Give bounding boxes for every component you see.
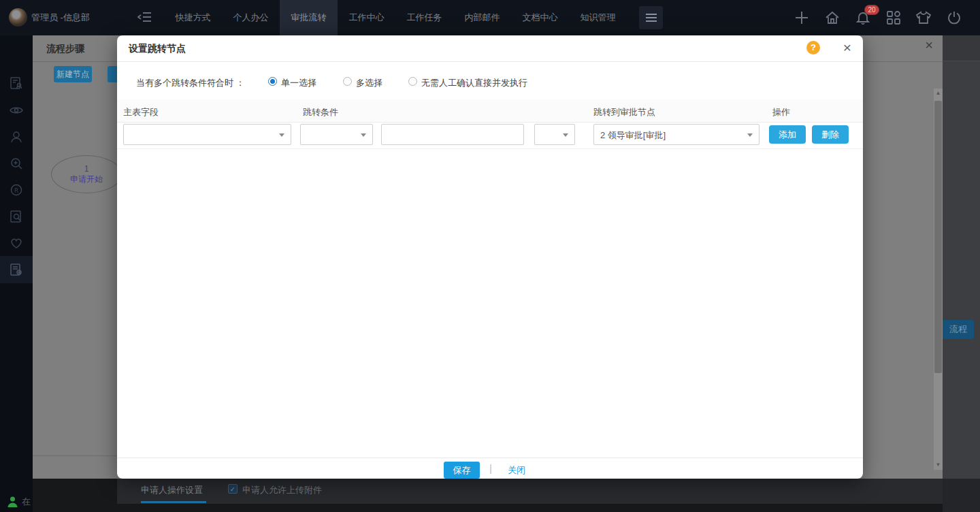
background-header-band	[943, 35, 980, 61]
nav-item-document-center[interactable]: 文档中心	[511, 0, 569, 35]
user-name: 管理员 -信息部	[31, 12, 90, 24]
background-bottom-corner	[943, 479, 980, 512]
flow-editor-bottom-strip: 申请人操作设置 ✓ 申请人允许上传附件	[117, 479, 943, 512]
notification-badge: 20	[864, 5, 879, 15]
background-right-column: 流程	[943, 35, 980, 512]
scrollbar-thumb[interactable]	[934, 101, 942, 373]
save-button[interactable]: 保存	[444, 462, 480, 479]
nav-item-personal-office[interactable]: 个人办公	[222, 0, 280, 35]
theme-shirt-icon[interactable]	[915, 10, 932, 26]
flow-save-button-partial[interactable]: 流程	[943, 320, 974, 339]
nav-item-internal-mail[interactable]: 内部邮件	[453, 0, 511, 35]
col-jump-condition: 跳转条件	[303, 106, 338, 118]
online-status: 在	[7, 496, 31, 508]
chevron-down-icon	[747, 133, 753, 137]
screen: 管理员 -信息部 快捷方式 个人办公 审批流转 工作中心 工作任务 内部邮件 文…	[0, 0, 980, 512]
target-node-select[interactable]: 2 领导审批[审批]	[593, 124, 760, 145]
flow-panel-title: 流程步骤	[46, 43, 84, 55]
online-user-icon	[7, 496, 18, 507]
flow-editor-close-icon[interactable]: ×	[921, 37, 937, 54]
sidebar-eye-icon[interactable]	[0, 97, 33, 124]
flow-node-label: 申请开始	[70, 174, 103, 185]
sidebar-user-icon[interactable]	[0, 123, 33, 150]
online-label: 在	[22, 496, 31, 508]
nav-item-work-tasks[interactable]: 工作任务	[395, 0, 453, 35]
user-avatar[interactable]	[9, 8, 27, 27]
condition-match-label: 当有多个跳转条件符合时 ：	[136, 77, 245, 89]
col-operations: 操作	[772, 106, 790, 118]
home-icon[interactable]	[824, 10, 840, 26]
flow-node-number: 1	[84, 164, 89, 174]
nav-item-knowledge[interactable]: 知识管理	[569, 0, 627, 35]
radio-single-select-label[interactable]: 单一选择	[281, 77, 316, 89]
add-icon[interactable]	[794, 10, 810, 26]
set-jump-node-dialog: 设置跳转节点 ? × 当有多个跳转条件符合时 ： 单一选择 多选择 无需人工确认…	[117, 35, 863, 479]
chevron-down-icon	[563, 133, 568, 137]
attachment-checkbox-label: 申请人允许上传附件	[242, 484, 322, 496]
radio-auto-parallel[interactable]	[408, 77, 417, 86]
chevron-down-icon	[361, 133, 366, 137]
radio-auto-parallel-label[interactable]: 无需人工确认直接并发执行	[421, 77, 527, 89]
flow-node-start[interactable]: 1 申请开始	[51, 155, 122, 193]
sidebar-search-plus-icon[interactable]	[0, 150, 33, 177]
logic-select[interactable]	[534, 124, 575, 145]
add-button[interactable]: 添加	[769, 125, 806, 144]
more-menu-button[interactable]	[639, 6, 663, 29]
main-field-select[interactable]	[123, 124, 291, 145]
radio-multi-select[interactable]	[343, 77, 352, 86]
scrollbar-up-icon[interactable]: ▲	[934, 89, 943, 97]
sidebar-doc-gear-icon[interactable]	[0, 256, 33, 283]
svg-text:R: R	[14, 187, 18, 194]
nav-item-shortcuts[interactable]: 快捷方式	[164, 0, 222, 35]
new-node-button[interactable]: 新建节点	[54, 66, 92, 82]
dialog-title: 设置跳转节点	[129, 43, 186, 55]
tab-active-underline	[141, 501, 206, 503]
chevron-down-icon	[279, 133, 284, 137]
sidebar-doc-search-icon[interactable]	[0, 203, 33, 230]
close-link[interactable]: 关闭	[508, 464, 525, 477]
tab-applicant-settings[interactable]: 申请人操作设置	[141, 484, 203, 496]
bottom-tabs-row	[117, 479, 943, 504]
help-icon[interactable]: ?	[806, 41, 820, 54]
radio-single-select[interactable]	[268, 77, 277, 86]
nav-item-work-center[interactable]: 工作中心	[338, 0, 395, 35]
logout-power-icon[interactable]	[946, 10, 962, 26]
top-navbar: 管理员 -信息部 快捷方式 个人办公 审批流转 工作中心 工作任务 内部邮件 文…	[0, 0, 980, 35]
sidebar-doc-user-icon[interactable]	[0, 69, 33, 97]
sidebar-registered-icon[interactable]: R	[0, 176, 33, 204]
scrollbar-down-icon[interactable]: ▼	[934, 461, 943, 469]
apps-grid-icon[interactable]	[885, 10, 902, 26]
col-main-field: 主表字段	[123, 106, 159, 118]
footer-separator: |	[489, 462, 492, 474]
collapse-menu-icon[interactable]	[137, 10, 152, 27]
radio-multi-select-label[interactable]: 多选择	[356, 77, 382, 89]
dialog-close-icon[interactable]: ×	[838, 39, 856, 57]
condition-value-input[interactable]	[381, 124, 524, 145]
nav-item-approval-flow[interactable]: 审批流转	[280, 0, 338, 35]
delete-button[interactable]: 删除	[812, 125, 849, 144]
condition-operator-select[interactable]	[300, 124, 373, 145]
left-sidebar: R 在	[0, 35, 33, 512]
attachment-checkbox[interactable]: ✓	[228, 484, 238, 494]
col-target-node: 跳转到审批节点	[593, 106, 655, 118]
sidebar-heart-icon[interactable]	[0, 229, 33, 257]
table-header-row: 主表字段 跳转条件 跳转到审批节点 操作	[117, 99, 863, 123]
target-node-value: 2 领导审批[审批]	[600, 129, 666, 142]
